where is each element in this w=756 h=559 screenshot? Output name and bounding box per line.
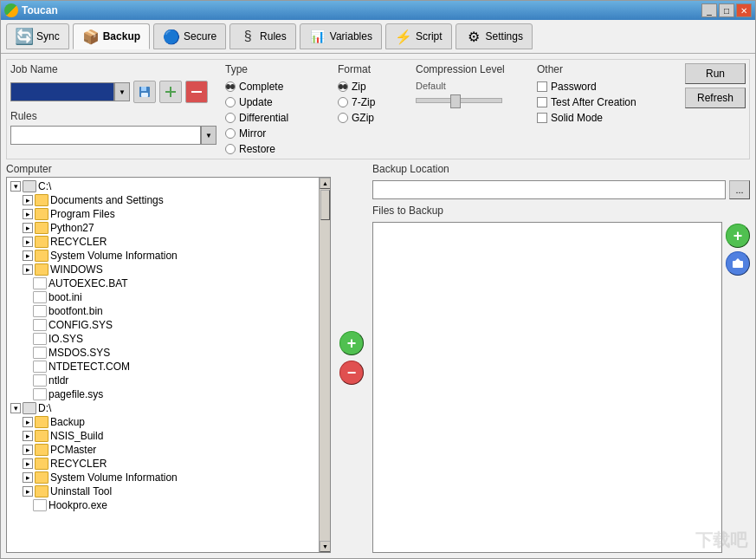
files-add-button[interactable]: + (726, 224, 750, 248)
radio-complete[interactable] (225, 81, 236, 92)
refresh-button[interactable]: Refresh (685, 88, 746, 108)
type-mirror[interactable]: Mirror (225, 127, 329, 140)
format-gzip[interactable]: GZip (338, 112, 407, 124)
job-name-dropdown-arrow[interactable]: ▼ (114, 82, 130, 101)
add-to-backup-button[interactable]: + (339, 331, 364, 355)
browse-button[interactable]: ... (729, 180, 750, 199)
tree-node-recycler2[interactable]: ▸ RECYCLER (9, 457, 318, 471)
run-button[interactable]: Run (685, 63, 746, 84)
expand-recycler2[interactable]: ▸ (23, 458, 33, 469)
tree-node-uninstall[interactable]: ▸ Uninstall Tool (9, 484, 318, 498)
password-checkbox[interactable] (537, 81, 547, 92)
tab-variables[interactable]: 📊 Variables (300, 23, 382, 49)
tab-script[interactable]: ⚡ Script (385, 23, 452, 49)
scrollbar-up-arrow[interactable]: ▲ (320, 178, 331, 189)
tree-node-nsis[interactable]: ▸ NSIS_Build (9, 429, 318, 443)
tree-node-pagefile[interactable]: pagefile.sys (9, 387, 318, 401)
tab-backup-label: Backup (103, 30, 140, 42)
rules-input[interactable] (10, 126, 201, 145)
backup-location-input[interactable] (372, 180, 726, 199)
type-differential[interactable]: Differential (225, 112, 329, 124)
scrollbar-down-arrow[interactable]: ▼ (320, 541, 331, 552)
tree-node-d[interactable]: ▾ D:\ (9, 401, 318, 415)
expand-prog[interactable]: ▸ (23, 209, 33, 219)
expand-dbackup[interactable]: ▸ (23, 417, 33, 427)
job-name-input[interactable] (10, 82, 114, 101)
radio-mirror[interactable] (225, 128, 236, 139)
radio-7zip[interactable] (338, 97, 348, 107)
tree-node-py27[interactable]: ▸ Python27 (9, 221, 318, 235)
tab-backup[interactable]: 📦 Backup (73, 23, 150, 49)
tab-sync[interactable]: 🔄 Sync (6, 23, 69, 49)
format-7zip[interactable]: 7-Zip (338, 96, 407, 108)
radio-gzip[interactable] (338, 113, 348, 123)
radio-restore[interactable] (225, 144, 236, 154)
tab-rules[interactable]: § Rules (229, 23, 296, 49)
add-job-button[interactable] (159, 81, 182, 103)
expand-windows[interactable]: ▸ (23, 264, 33, 275)
remove-from-backup-button[interactable]: − (339, 361, 364, 385)
expand-uninstall[interactable]: ▸ (23, 486, 33, 497)
backup-icon: 📦 (82, 28, 100, 45)
delete-job-button[interactable] (185, 81, 208, 103)
tab-settings[interactable]: ⚙ Settings (456, 23, 533, 49)
tree-node-prog[interactable]: ▸ Program Files (9, 207, 318, 221)
type-update[interactable]: Update (225, 96, 329, 108)
tree-node-sysvol[interactable]: ▸ System Volume Information (9, 471, 318, 484)
rules-dropdown-arrow[interactable]: ▼ (201, 126, 216, 145)
tree-node-bootini[interactable]: boot.ini (9, 290, 318, 304)
minimize-button[interactable]: _ (701, 3, 717, 17)
tab-secure[interactable]: 🔵 Secure (153, 23, 226, 49)
type-complete[interactable]: Complete (225, 81, 329, 93)
radio-update[interactable] (225, 97, 236, 107)
solid-checkbox[interactable] (537, 113, 547, 123)
tab-bar: 🔄 Sync 📦 Backup 🔵 Secure § Rules 📊 Varia… (1, 20, 755, 54)
maximize-button[interactable]: □ (719, 3, 734, 17)
computer-tree[interactable]: ▾ C:\ ▸ Documents and Settings ▸ Program… (6, 177, 331, 553)
expand-sysinfo[interactable]: ▸ (23, 250, 33, 261)
expand-sysvol[interactable]: ▸ (23, 472, 33, 483)
expand-py27[interactable]: ▸ (23, 223, 33, 233)
file-icon-ntdetect (33, 361, 47, 373)
tree-node-windows[interactable]: ▸ WINDOWS (9, 263, 318, 276)
tree-node-c[interactable]: ▾ C:\ (9, 179, 318, 193)
tab-variables-label: Variables (330, 30, 372, 42)
solid-checkbox-row[interactable]: Solid Mode (537, 112, 667, 124)
scrollbar-thumb[interactable] (320, 190, 330, 220)
tree-node-msdos[interactable]: MSDOS.SYS (9, 346, 318, 360)
tree-node-recycler[interactable]: ▸ RECYCLER (9, 235, 318, 249)
compression-slider-thumb[interactable] (450, 94, 461, 108)
tree-node-sysinfo[interactable]: ▸ System Volume Information (9, 249, 318, 263)
tree-node-ntldr[interactable]: ntldr (9, 374, 318, 387)
format-zip[interactable]: Zip (338, 81, 407, 93)
tree-node-config[interactable]: CONFIG.SYS (9, 318, 318, 332)
close-button[interactable]: ✕ (736, 3, 752, 17)
radio-differential[interactable] (225, 113, 236, 123)
tree-label-bootfont: bootfont.bin (48, 305, 103, 317)
expand-d[interactable]: ▾ (10, 403, 21, 413)
type-restore[interactable]: Restore (225, 143, 329, 155)
files-action-button[interactable] (726, 251, 750, 276)
tree-node-bootfont[interactable]: bootfont.bin (9, 304, 318, 318)
tree-node-hookpro[interactable]: Hookpro.exe (9, 498, 318, 512)
radio-zip[interactable] (338, 81, 348, 92)
tree-node-autoexec[interactable]: AUTOEXEC.BAT (9, 276, 318, 290)
tree-node-pcmaster[interactable]: ▸ PCMaster (9, 443, 318, 457)
expand-docs[interactable]: ▸ (23, 195, 33, 205)
test-checkbox[interactable] (537, 97, 547, 107)
password-checkbox-row[interactable]: Password (537, 81, 667, 93)
save-job-button[interactable] (133, 81, 156, 103)
expand-nsis[interactable]: ▸ (23, 431, 33, 441)
tree-node-iosys[interactable]: IO.SYS (9, 332, 318, 346)
expand-pcmaster[interactable]: ▸ (23, 445, 33, 455)
tree-node-ntdetect[interactable]: NTDETECT.COM (9, 360, 318, 374)
tree-node-docs[interactable]: ▸ Documents and Settings (9, 193, 318, 207)
test-checkbox-row[interactable]: Test After Creation (537, 96, 667, 108)
tree-label-prog: Program Files (50, 208, 115, 220)
tree-node-dbackup[interactable]: ▸ Backup (9, 415, 318, 429)
expand-recycler[interactable]: ▸ (23, 237, 33, 247)
files-list[interactable] (372, 222, 722, 553)
tree-scrollbar[interactable]: ▲ ▼ (319, 178, 330, 552)
tab-script-label: Script (416, 30, 443, 42)
expand-c[interactable]: ▾ (10, 181, 21, 192)
